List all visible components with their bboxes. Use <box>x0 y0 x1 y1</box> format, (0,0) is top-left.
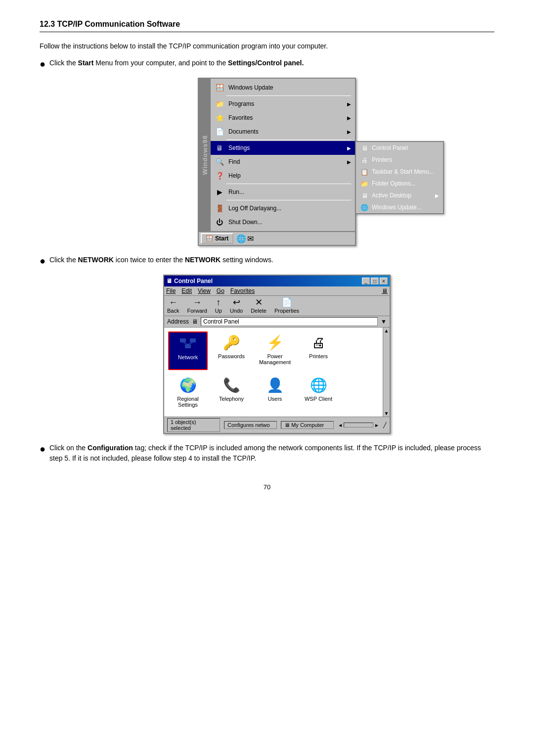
submenu-windows-update[interactable]: 🌐 Windows Update... <box>356 201 443 213</box>
cp-title-text: Control Panel <box>174 278 213 284</box>
menu-separator-2 <box>226 140 351 140</box>
windows-update-sub-label: Windows Update... <box>372 204 422 211</box>
address-dropdown-icon[interactable]: ▼ <box>381 318 387 325</box>
forward-label: Forward <box>187 308 207 314</box>
bullet-list: ● Click the Start Menu from your compute… <box>40 58 494 464</box>
properties-label: Properties <box>274 308 299 314</box>
cp-scrollbar-v[interactable]: ▲ ▼ <box>383 328 390 417</box>
cp-icon-power[interactable]: ⚡ PowerManagement <box>255 331 295 370</box>
cp-hscroll[interactable]: ◄ ► <box>338 423 379 428</box>
menu-item-shutdown[interactable]: ⏻ Shut Down... <box>211 215 355 229</box>
submenu-printers[interactable]: 🖨 Printers <box>356 154 443 166</box>
bullet-dot-3: ● <box>40 444 49 454</box>
printers-label: Printers <box>372 156 392 163</box>
undo-icon: ↩ <box>233 298 240 307</box>
up-icon: ↑ <box>216 298 221 307</box>
toolbar-up[interactable]: ↑ Up <box>215 298 222 314</box>
scroll-right-btn[interactable]: ► <box>374 423 379 428</box>
menu-item-find[interactable]: 🔍 Find ▶ <box>211 155 355 169</box>
svg-rect-2 <box>185 344 191 348</box>
cp-window-buttons: _ □ × <box>362 278 388 284</box>
cp-icon-users[interactable]: 👤 Users <box>255 374 295 413</box>
toolbar-delete[interactable]: ✕ Delete <box>251 298 267 314</box>
start-menu-screenshot: Windows98 🪟 Windows Update 📁 Programs ▶ … <box>59 78 494 246</box>
address-label: Address <box>167 318 189 325</box>
folder-options-icon: 📁 <box>360 179 369 188</box>
menu-item-settings[interactable]: 🖥 Settings ▶ 🖥 Control Panel 🖨 Printers <box>211 141 355 155</box>
printers-cp-label: Printers <box>309 353 328 359</box>
menu-item-logoff[interactable]: 🚪 Log Off Darlayang... <box>211 201 355 215</box>
menu-item-help[interactable]: ❓ Help <box>211 169 355 183</box>
win98-sidebar: Windows98 <box>199 79 211 231</box>
active-desktop-arrow: ▶ <box>435 193 439 198</box>
cp-icon-regional[interactable]: 🌍 RegionalSettings <box>168 374 208 413</box>
address-field[interactable]: Control Panel <box>201 317 378 326</box>
status-computer: 🖥 My Computer <box>281 421 334 429</box>
network-icon <box>179 334 197 352</box>
windows-update-icon: 🪟 <box>215 83 224 93</box>
toolbar-undo[interactable]: ↩ Undo <box>230 298 243 314</box>
start-button[interactable]: 🪟 Start <box>201 233 233 244</box>
control-panel-window: 🖥 Control Panel _ □ × File Edit View Go … <box>163 275 391 434</box>
menu-edit[interactable]: Edit <box>181 287 192 294</box>
control-panel-screenshot: 🖥 Control Panel _ □ × File Edit View Go … <box>59 275 494 434</box>
passwords-icon: 🔑 <box>222 333 240 351</box>
windows-update-sub-icon: 🌐 <box>360 203 369 212</box>
menu-favorites[interactable]: Favorites <box>230 287 255 294</box>
cp-icon-passwords[interactable]: 🔑 Passwords <box>212 331 251 370</box>
favorites-arrow: ▶ <box>347 115 351 121</box>
menu-icon-area: 🖥 <box>382 287 388 294</box>
shutdown-label: Shut Down... <box>228 219 351 226</box>
cp-titlebar: 🖥 Control Panel _ □ × <box>164 276 390 286</box>
menu-item-run[interactable]: ▶ Run... <box>211 185 355 199</box>
scroll-left-btn[interactable]: ◄ <box>338 423 343 428</box>
menu-item-favorites[interactable]: ⭐ Favorites ▶ <box>211 111 355 125</box>
submenu-taskbar[interactable]: 📋 Taskbar & Start Menu... <box>356 166 443 178</box>
taskbar-icon: 📋 <box>360 167 369 176</box>
shutdown-icon: ⏻ <box>215 217 224 227</box>
toolbar-back[interactable]: ← Back <box>167 298 179 314</box>
status-objects: 1 object(s) selected <box>167 418 220 432</box>
menu-go[interactable]: Go <box>217 287 224 294</box>
power-icon: ⚡ <box>266 333 284 351</box>
documents-arrow: ▶ <box>347 129 351 135</box>
find-label: Find <box>228 158 343 165</box>
scroll-down-btn[interactable]: ▼ <box>384 411 389 416</box>
control-panel-icon: 🖥 <box>360 143 369 152</box>
programs-icon: 📁 <box>215 99 224 109</box>
cp-icons-area: Network 🔑 Passwords ⚡ PowerManagement 🖨 <box>164 328 383 417</box>
cp-title: 🖥 Control Panel <box>166 278 213 284</box>
cp-icon-wsp[interactable]: 🌐 WSP Client <box>299 374 338 413</box>
cp-icon-telephony[interactable]: 📞 Telephony <box>212 374 251 413</box>
close-button[interactable]: × <box>380 278 388 284</box>
menu-item-windows-update[interactable]: 🪟 Windows Update <box>211 81 355 94</box>
submenu-control-panel[interactable]: 🖥 Control Panel <box>356 142 443 154</box>
toolbar-properties[interactable]: 📄 Properties <box>274 298 299 314</box>
menu-item-documents[interactable]: 📄 Documents ▶ <box>211 125 355 139</box>
programs-arrow: ▶ <box>347 101 351 107</box>
find-icon: 🔍 <box>215 157 224 167</box>
cp-icon-printers[interactable]: 🖨 Printers <box>299 331 338 370</box>
minimize-button[interactable]: _ <box>362 278 370 284</box>
bullet-item-1: ● Click the Start Menu from your compute… <box>40 58 494 69</box>
cp-content-area: Network 🔑 Passwords ⚡ PowerManagement 🖨 <box>164 328 390 417</box>
active-desktop-icon: 🖥 <box>360 191 369 200</box>
submenu-active-desktop[interactable]: 🖥 Active Desktop ▶ <box>356 189 443 201</box>
maximize-button[interactable]: □ <box>371 278 379 284</box>
svg-rect-0 <box>180 338 186 342</box>
win98-start-menu: Windows98 🪟 Windows Update 📁 Programs ▶ … <box>198 78 356 246</box>
svg-rect-1 <box>190 338 196 342</box>
run-label: Run... <box>228 189 351 195</box>
scroll-up-btn[interactable]: ▲ <box>384 328 389 333</box>
menu-item-programs[interactable]: 📁 Programs ▶ <box>211 97 355 111</box>
menu-file[interactable]: File <box>166 287 176 294</box>
cp-icon-network[interactable]: Network <box>168 331 208 370</box>
toolbar-forward[interactable]: → Forward <box>187 298 207 314</box>
menu-view[interactable]: View <box>198 287 211 294</box>
bullet-dot-2: ● <box>40 256 49 266</box>
printers-cp-icon: 🖨 <box>310 333 327 351</box>
bullet-text-1: Click the Start Menu from your computer,… <box>49 58 494 68</box>
submenu-folder-options[interactable]: 📁 Folder Options... <box>356 178 443 189</box>
bullet-dot-1: ● <box>40 59 49 69</box>
help-label: Help <box>228 172 351 179</box>
